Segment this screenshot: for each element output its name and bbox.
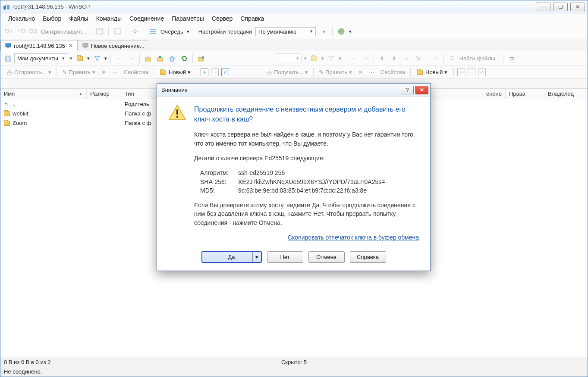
close-icon[interactable]: ✕	[415, 86, 428, 94]
main-window: root@31.148.96.135 - WinSCP — ☐ ✕ Локаль…	[0, 0, 588, 377]
properties-remote-button[interactable]: Свойства	[379, 68, 407, 76]
new-remote-button[interactable]: Новый ▾	[414, 68, 450, 76]
sync-right-icon[interactable]	[17, 27, 25, 36]
right-location-combo[interactable]	[276, 53, 302, 63]
bookmark-icon[interactable]: ☆	[431, 54, 440, 63]
svg-point-10	[134, 30, 136, 33]
menu-mark[interactable]: Выбор	[40, 14, 64, 23]
home-icon[interactable]	[167, 54, 177, 63]
open-folder-icon[interactable]	[309, 54, 319, 63]
edit-remote-button[interactable]: ✎ Править ▾	[317, 68, 354, 76]
warning-icon	[168, 104, 186, 121]
open-folder-icon[interactable]	[75, 54, 85, 63]
right-location-dropdown-icon[interactable]: ▾	[304, 56, 307, 61]
minimize-button[interactable]: —	[536, 3, 550, 11]
properties-button[interactable]: Свойства	[122, 68, 150, 76]
sync-label[interactable]: Синхронизация...	[41, 28, 86, 35]
left-location-combo[interactable]: Мои документы	[14, 53, 67, 63]
menu-files[interactable]: Файлы	[66, 14, 91, 23]
help-button[interactable]: ?	[401, 86, 414, 94]
tab-session[interactable]: root@31.148.96.135 ✕	[0, 40, 78, 51]
col-size[interactable]: Размер	[87, 89, 121, 99]
chevron-down-icon[interactable]: ▾	[252, 252, 261, 262]
parent-dir-icon[interactable]: ⬆	[377, 54, 387, 63]
sep	[374, 54, 374, 63]
bookmark-icon[interactable]	[196, 54, 206, 63]
sync-dirs-icon[interactable]: ⇆	[507, 54, 516, 63]
transfer-edit-icon[interactable]: ▾	[319, 27, 328, 36]
help-dialog-button[interactable]: Справка	[350, 251, 386, 263]
back-icon[interactable]: ←	[349, 54, 358, 63]
minus-icon[interactable]: −	[468, 69, 475, 76]
filter-icon[interactable]	[92, 54, 102, 63]
gear-icon[interactable]	[131, 27, 139, 36]
sep	[194, 27, 194, 36]
delete-icon[interactable]: ✕	[100, 68, 108, 76]
root-dir-icon[interactable]	[155, 54, 165, 63]
forward-icon[interactable]: →	[126, 54, 136, 63]
plus-icon[interactable]: +	[201, 69, 208, 76]
browse-icon[interactable]	[95, 27, 104, 36]
filter-icon[interactable]	[327, 54, 336, 63]
nav-toolbar: Мои документы ▾ ▾ ▾ ← → ▾ ▾ ▾ ← → ⬆ ⬆ ⌂ …	[0, 51, 588, 66]
chevron-down-icon[interactable]: ▾	[87, 56, 90, 61]
find-files-label[interactable]: Найти файлы...	[459, 55, 500, 62]
status-hidden: Скрыто: 5	[281, 359, 307, 365]
close-icon[interactable]: ✕	[69, 43, 73, 49]
home-icon[interactable]: ⌂	[402, 54, 411, 63]
back-icon[interactable]: ←	[114, 54, 124, 63]
globe-icon[interactable]	[337, 27, 346, 36]
select-all-icon[interactable]: ✓	[478, 69, 486, 76]
dialog-para3: Если Вы доверяете этому хосту, надмите Д…	[194, 201, 419, 227]
globe-dropdown-icon[interactable]: ▾	[349, 29, 352, 34]
minus-icon[interactable]: −	[211, 69, 219, 76]
tab-new-session[interactable]: Новое соединение...	[78, 40, 149, 51]
menu-server[interactable]: Сервер	[209, 14, 236, 23]
queue-dropdown-icon[interactable]: ▾	[187, 29, 189, 34]
search-icon[interactable]	[447, 54, 457, 63]
chevron-down-icon[interactable]: ▾	[339, 56, 341, 61]
compare-icon[interactable]	[29, 27, 38, 36]
sync-left-icon[interactable]	[5, 27, 13, 36]
queue-icon[interactable]	[148, 27, 157, 36]
svg-rect-31	[145, 58, 151, 61]
col-owner[interactable]: Владелец	[544, 89, 588, 99]
chevron-down-icon[interactable]: ▾	[321, 56, 324, 61]
copy-fingerprint-link[interactable]: Скопировать отпечаток ключа в буфер обме…	[194, 233, 419, 242]
queue-label[interactable]: Очередь	[160, 28, 183, 35]
root-dir-icon[interactable]: ⬆	[390, 54, 399, 63]
menu-commands[interactable]: Команды	[94, 14, 124, 23]
sep	[453, 68, 454, 77]
menu-help[interactable]: Справка	[238, 14, 267, 23]
close-button[interactable]: ✕	[570, 3, 585, 11]
parent-dir-icon[interactable]	[143, 54, 153, 63]
terminal-icon[interactable]: >_	[113, 27, 122, 36]
upload-button[interactable]: Отправить... ▾	[5, 68, 53, 76]
cancel-button[interactable]: Отмена	[308, 251, 345, 263]
maximize-button[interactable]: ☐	[553, 3, 568, 11]
edit-button[interactable]: ✎ Править ▾	[60, 68, 97, 76]
menu-session[interactable]: Соединение	[127, 14, 167, 23]
chevron-down-icon[interactable]: ▾	[104, 56, 107, 61]
options-icon[interactable]: ⋯	[110, 68, 119, 76]
menu-local[interactable]: Локально	[6, 14, 38, 23]
download-button[interactable]: Получить... ▾	[264, 68, 310, 76]
new-button[interactable]: Новый ▾	[157, 68, 193, 76]
plus-icon[interactable]: +	[457, 69, 465, 76]
svg-rect-39	[176, 109, 178, 115]
svg-rect-5	[34, 29, 37, 33]
left-location-dropdown-icon[interactable]: ▾	[70, 56, 72, 61]
col-rights[interactable]: Права	[506, 89, 544, 99]
select-all-icon[interactable]: ✓	[221, 69, 229, 76]
delete-remote-icon[interactable]: ✕	[356, 68, 365, 76]
transfer-preset-combo[interactable]: По умолчанию	[255, 27, 316, 36]
refresh-icon[interactable]: ↻	[414, 54, 423, 63]
menu-options[interactable]: Параметры	[169, 14, 207, 23]
svg-text:>_: >_	[115, 30, 119, 34]
options-remote-icon[interactable]: ⋯	[367, 68, 376, 76]
no-button[interactable]: Нет	[267, 251, 303, 263]
refresh-icon[interactable]	[179, 54, 189, 63]
forward-icon[interactable]: →	[361, 54, 370, 63]
col-name[interactable]: Имя ▲	[0, 89, 87, 99]
yes-button[interactable]: Да ▾	[201, 251, 262, 263]
